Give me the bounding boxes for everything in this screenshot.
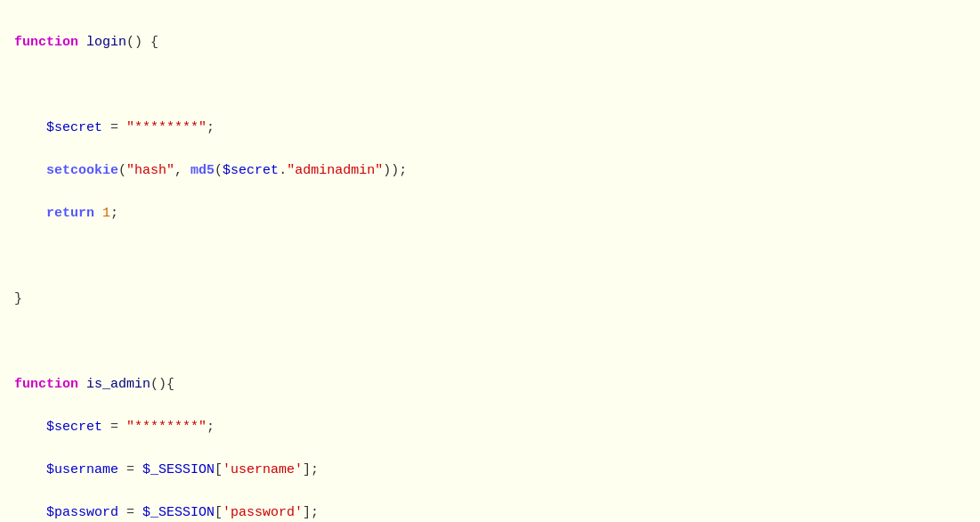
code-text: (	[215, 163, 223, 178]
code-line-4: setcookie("hash", md5($secret."adminadmi…	[14, 160, 966, 182]
code-text: ;	[207, 120, 215, 135]
code-line-3: $secret = "********";	[14, 118, 966, 139]
code-line-10: $secret = "********";	[14, 417, 966, 438]
function-call-setcookie: setcookie	[46, 163, 118, 178]
function-call-md5: md5	[190, 163, 215, 178]
code-text: ];	[303, 505, 319, 520]
code-viewer: function login() { $secret = "********";…	[14, 11, 966, 522]
code-text: ));	[383, 163, 407, 178]
string-stars: "********"	[126, 420, 207, 435]
string-username-key: 'username'	[223, 462, 303, 477]
variable-username: $username	[46, 462, 118, 477]
keyword-function-2: function	[14, 377, 78, 392]
code-text: =	[118, 462, 142, 477]
code-line-6	[14, 246, 966, 267]
code-text	[78, 377, 86, 392]
code-indent	[14, 120, 46, 135]
keyword-return: return	[46, 206, 94, 221]
closing-brace: }	[14, 291, 22, 306]
code-text: ;	[110, 206, 118, 221]
string-hash: "hash"	[126, 163, 174, 178]
function-name: login	[86, 35, 126, 50]
code-text: () {	[126, 35, 158, 50]
code-text: ];	[303, 462, 319, 477]
code-text	[94, 206, 102, 221]
code-line-2	[14, 75, 966, 96]
function-name-is-admin: is_admin	[86, 377, 150, 392]
code-line-7: }	[14, 289, 966, 310]
code-line-5: return 1;	[14, 203, 966, 224]
code-text: [	[215, 505, 223, 520]
code-indent	[14, 462, 46, 477]
number-1: 1	[102, 206, 110, 221]
variable-secret2: $secret	[46, 420, 102, 435]
code-text: ;	[207, 420, 215, 435]
code-line-12: $password = $_SESSION['password'];	[14, 502, 966, 522]
code-text: ,	[174, 163, 190, 178]
code-text: =	[102, 420, 126, 435]
code-line-8	[14, 331, 966, 353]
string-adminadmin: "adminadmin"	[287, 163, 383, 178]
string-value: "********"	[126, 120, 207, 135]
code-line-11: $username = $_SESSION['username'];	[14, 460, 966, 481]
variable-secret: $secret	[223, 163, 279, 178]
code-text: =	[102, 120, 126, 135]
code-text: (	[118, 163, 126, 178]
code-indent	[14, 163, 46, 178]
variable-password: $password	[46, 505, 118, 520]
keyword-function: function	[14, 35, 78, 50]
string-password-key: 'password'	[223, 505, 303, 520]
code-text: .	[279, 163, 287, 178]
code-indent	[14, 505, 46, 520]
variable: $secret	[46, 120, 102, 135]
code-text: =	[118, 505, 142, 520]
code-text	[78, 35, 86, 50]
code-indent	[14, 206, 46, 221]
code-line-9: function is_admin(){	[14, 374, 966, 396]
code-line-1: function login() {	[14, 32, 966, 53]
code-indent	[14, 420, 46, 435]
code-text: (){	[150, 377, 174, 392]
code-text: [	[215, 462, 223, 477]
session-username: $_SESSION	[142, 462, 215, 477]
session-password: $_SESSION	[142, 505, 215, 520]
